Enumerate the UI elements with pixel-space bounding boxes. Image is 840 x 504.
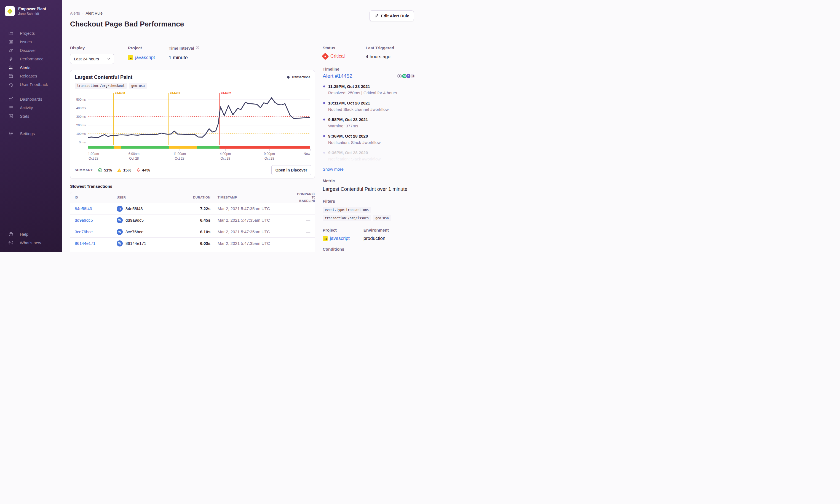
filter-tag: geo:usa bbox=[373, 215, 391, 221]
main-content: Alerts › Alert Rule Checkout Page Bad Pe… bbox=[62, 0, 420, 252]
duration-value: 6.03s bbox=[185, 241, 210, 246]
display-dropdown[interactable]: Last 24 hours bbox=[70, 54, 114, 64]
transaction-id-link[interactable]: 86144e171 bbox=[75, 241, 95, 246]
sidebar-item-label: Help bbox=[20, 232, 29, 237]
user-name: 3ce76bce bbox=[125, 229, 143, 234]
status-bar-segment-ok bbox=[88, 146, 113, 149]
incident-marker-label[interactable]: #14451 bbox=[170, 92, 180, 95]
sidebar-item-issues[interactable]: Issues bbox=[0, 37, 62, 46]
sidebar-item-user-feedback[interactable]: User Feedback bbox=[0, 80, 62, 89]
sidebar-item-label: Alerts bbox=[20, 65, 30, 70]
y-axis-labels: 0 ms100ms200ms300ms400ms500ms bbox=[75, 93, 88, 161]
sidebar-item-alerts[interactable]: Alerts bbox=[0, 63, 62, 72]
sidebar-item-label: Releases bbox=[20, 74, 37, 78]
sidebar-item-settings[interactable]: Settings bbox=[0, 129, 62, 138]
javascript-platform-icon: JS bbox=[128, 55, 133, 60]
column-header-user: USER bbox=[117, 196, 185, 199]
sidebar-item-label: Projects bbox=[20, 31, 35, 36]
filters-section: Filters event.type:transactions transact… bbox=[323, 199, 415, 221]
x-axis-tick-mark bbox=[269, 149, 270, 150]
sidebar-item-stats[interactable]: Stats bbox=[0, 112, 62, 121]
sidebar-item-whats-new[interactable]: What's new bbox=[0, 238, 62, 247]
breadcrumb-separator-icon: › bbox=[82, 11, 84, 15]
activity-icon bbox=[8, 105, 13, 110]
org-user-name: Jane Schmidt bbox=[18, 12, 46, 16]
transaction-id-link[interactable]: 3ce76bce bbox=[75, 229, 93, 234]
timeline-entry-description: Notified Slack channel #workflow bbox=[328, 107, 415, 112]
table-row: d40b3ecb W d40b3ecb 3.55s Mar 2, 2021 5:… bbox=[70, 249, 315, 252]
legend-item-transactions[interactable]: Transactions bbox=[287, 75, 310, 79]
interval-field: Time Interval 1 minute bbox=[169, 46, 199, 64]
timestamp-value: Mar 2, 2021 5:47:35am UTC bbox=[218, 218, 297, 222]
status-panel: Status Critical Last Triggered 4 hours a… bbox=[323, 46, 415, 59]
releases-icon bbox=[8, 74, 13, 78]
baseline-value: — bbox=[297, 206, 310, 211]
line-chart-svg bbox=[88, 93, 310, 145]
open-in-discover-button[interactable]: Open in Discover bbox=[271, 165, 311, 175]
timeline-entries: 11:25PM, Oct 28 2021 Resolved: 250ms | C… bbox=[323, 84, 415, 161]
sidebar-item-performance[interactable]: Performance bbox=[0, 55, 62, 63]
dashboards-icon bbox=[8, 97, 13, 102]
edit-alert-rule-button[interactable]: Edit Alert Rule bbox=[370, 11, 414, 21]
org-switcher[interactable]: Empower Plant Jane Schmidt bbox=[0, 0, 62, 16]
conditions-label: Conditions bbox=[323, 247, 415, 251]
column-header-id: ID bbox=[75, 196, 117, 199]
sidebar-item-discover[interactable]: Discover bbox=[0, 46, 62, 55]
gear-icon bbox=[8, 131, 13, 136]
status-bar-segment-ok bbox=[121, 146, 169, 149]
timestamp-value: Mar 2, 2021 5:47:35am UTC bbox=[218, 229, 297, 234]
project-link[interactable]: javascript bbox=[135, 55, 155, 60]
status-bar-segment-ok bbox=[197, 146, 219, 149]
help-circle-icon[interactable] bbox=[196, 46, 199, 49]
transaction-id-link[interactable]: dd9a9dc5 bbox=[75, 218, 93, 222]
user-name: dd9a9dc5 bbox=[125, 218, 144, 222]
y-axis-tick: 200ms bbox=[76, 124, 86, 127]
incident-marker-label[interactable]: #14450 bbox=[115, 92, 125, 95]
eye-icon bbox=[397, 74, 402, 78]
sidebar-item-projects[interactable]: Projects bbox=[0, 29, 62, 37]
timeline-entry-time: 9:36PM, Oct 28 2020 bbox=[328, 150, 415, 155]
breadcrumb: Alerts › Alert Rule bbox=[70, 11, 412, 15]
breadcrumb-alerts-link[interactable]: Alerts bbox=[70, 11, 80, 15]
page-header: Alerts › Alert Rule Checkout Page Bad Pe… bbox=[62, 0, 420, 40]
incident-marker-label[interactable]: #14452 bbox=[221, 92, 231, 95]
org-name: Empower Plant bbox=[18, 6, 46, 12]
x-axis-tick: 11:00amOct 28 bbox=[173, 151, 186, 161]
timeline-entry-time: 11:25PM, Oct 28 2021 bbox=[328, 84, 415, 89]
summary-critical: 44% bbox=[136, 168, 150, 172]
transaction-id-link[interactable]: 84e58f43 bbox=[75, 206, 92, 211]
y-axis-tick: 100ms bbox=[76, 132, 86, 136]
environment-value: production bbox=[363, 236, 415, 241]
sidebar: Empower Plant Jane Schmidt Projects Issu… bbox=[0, 0, 62, 252]
timeline-entry-time: 9:58PM, Oct 28 2021 bbox=[328, 117, 415, 122]
sidebar-item-label: User Feedback bbox=[20, 82, 48, 87]
summary-ok: 51% bbox=[98, 168, 112, 172]
duration-value: 7.22s bbox=[185, 206, 210, 211]
fire-icon bbox=[136, 168, 140, 172]
project-detail-link[interactable]: javascript bbox=[330, 236, 350, 241]
baseline-value: — bbox=[297, 218, 310, 222]
sidebar-item-label: Dashboards bbox=[20, 97, 42, 102]
alert-number-link[interactable]: Alert #14452 bbox=[323, 73, 353, 79]
user-avatar: W bbox=[117, 240, 123, 247]
sidebar-item-releases[interactable]: Releases bbox=[0, 72, 62, 80]
status-color-bar bbox=[88, 146, 310, 149]
y-axis-tick: 300ms bbox=[76, 115, 86, 118]
x-axis-labels: 1:00amOct 286:00amOct 2811:00amOct 284:0… bbox=[88, 149, 310, 161]
sidebar-item-help[interactable]: Help bbox=[0, 230, 62, 238]
sidebar-item-dashboards[interactable]: Dashboards bbox=[0, 95, 62, 103]
user-avatar: R bbox=[117, 206, 123, 212]
show-more-link[interactable]: Show more bbox=[323, 167, 344, 172]
display-field: Display Last 24 hours bbox=[70, 46, 114, 64]
timeline-dot-icon bbox=[323, 86, 325, 87]
broadcast-icon bbox=[8, 240, 13, 245]
status-label: Status bbox=[323, 46, 366, 50]
empower-plant-logo-icon bbox=[7, 8, 13, 14]
critical-diamond-icon bbox=[322, 53, 329, 60]
slowest-transactions-heading: Slowest Transactions bbox=[70, 184, 315, 188]
display-label: Display bbox=[70, 46, 114, 50]
sidebar-item-activity[interactable]: Activity bbox=[0, 103, 62, 112]
chart-card: Largest Contentful Paint transaction:/or… bbox=[70, 70, 315, 178]
table-row: dd9a9dc5 W dd9a9dc5 6.45s Mar 2, 2021 5:… bbox=[70, 215, 315, 226]
table-row: 84e58f43 R 84e58f43 7.22s Mar 2, 2021 5:… bbox=[70, 203, 315, 215]
